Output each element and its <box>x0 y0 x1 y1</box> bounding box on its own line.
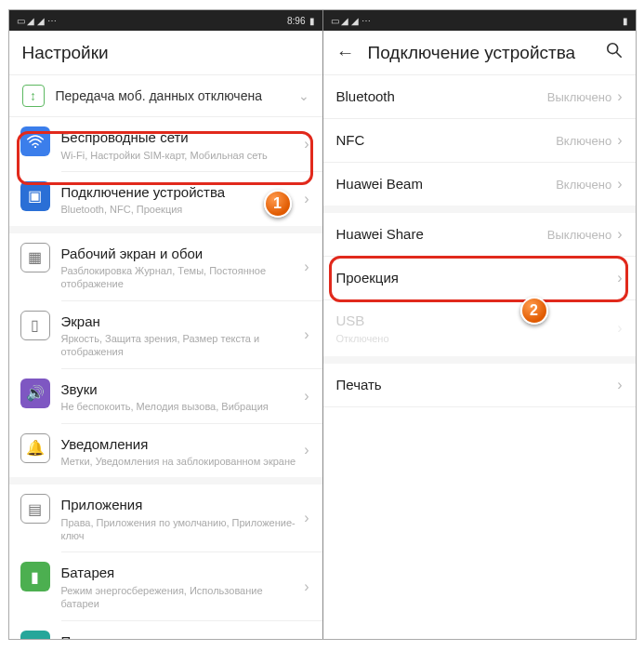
search-icon[interactable] <box>606 42 623 63</box>
item-projection[interactable]: Проекция › <box>323 257 636 299</box>
wallpaper-icon: ▦ <box>20 243 50 272</box>
chevron-right-icon: › <box>304 191 309 207</box>
page-title: Подключение устройства <box>368 43 606 63</box>
svg-line-2 <box>616 53 621 58</box>
status-bar: ▭ ◢ ◢ ⋯ 8:96 ▮ <box>9 10 322 31</box>
item-bluetooth[interactable]: Bluetooth Выключено › <box>323 75 636 118</box>
item-wireless-networks[interactable]: Беспроводные сети Wi-Fi, Настройки SIM-к… <box>9 117 322 171</box>
chevron-right-icon: › <box>304 326 309 343</box>
status-bar: ▭ ◢ ◢ ⋯ ▮ <box>323 10 636 31</box>
display-icon: ▯ <box>20 311 50 340</box>
bell-icon: 🔔 <box>20 433 50 463</box>
chevron-right-icon: › <box>304 442 309 458</box>
chevron-right-icon: › <box>617 270 622 286</box>
settings-screen: ▭ ◢ ◢ ⋯ 8:96 ▮ Настройки Передача моб. д… <box>9 10 322 639</box>
apps-icon: ▤ <box>20 494 50 524</box>
chevron-right-icon: › <box>617 377 622 393</box>
item-battery[interactable]: ▮ Батарея Режим энергосбережения, Исполь… <box>9 552 322 619</box>
wifi-icon <box>20 126 50 156</box>
item-storage[interactable]: ≣ Память Очистка памяти › <box>9 621 322 639</box>
battery-icon: ▮ <box>20 562 50 591</box>
devices-icon: ▣ <box>20 181 50 211</box>
sound-icon: 🔊 <box>20 379 50 408</box>
storage-icon: ≣ <box>20 631 50 639</box>
back-button[interactable]: ← <box>336 42 355 63</box>
chevron-right-icon: › <box>617 88 622 105</box>
svg-point-0 <box>33 146 35 148</box>
item-huawei-share[interactable]: Huawei Share Выключено › <box>323 213 636 256</box>
item-notifications[interactable]: 🔔 Уведомления Метки, Уведомления на забл… <box>9 424 322 478</box>
item-sounds[interactable]: 🔊 Звуки Не беспокоить, Мелодия вызова, В… <box>9 369 322 423</box>
chevron-right-icon: › <box>304 259 309 275</box>
settings-header: Настройки <box>9 31 322 75</box>
page-title: Настройки <box>22 43 309 63</box>
item-print[interactable]: Печать › <box>323 364 636 406</box>
device-connection-screen: ▭ ◢ ◢ ⋯ ▮ ← Подключение устройства Bluet… <box>322 10 636 639</box>
item-huawei-beam[interactable]: Huawei Beam Включено › <box>323 163 636 206</box>
item-nfc[interactable]: NFC Включено › <box>323 119 636 162</box>
chevron-down-icon: ⌄ <box>298 88 309 103</box>
chevron-right-icon: › <box>304 510 309 526</box>
item-home-wallpaper[interactable]: ▦ Рабочий экран и обои Разблокировка Жур… <box>9 233 322 300</box>
chevron-right-icon: › <box>304 136 309 153</box>
chevron-right-icon: › <box>617 176 622 193</box>
mobile-data-banner[interactable]: Передача моб. данных отключена ⌄ <box>9 75 322 116</box>
item-apps[interactable]: ▤ Приложения Права, Приложения по умолча… <box>9 485 322 551</box>
item-usb: USB Отключено › <box>323 300 636 356</box>
svg-point-1 <box>607 44 617 54</box>
chevron-right-icon: › <box>617 320 622 337</box>
chevron-right-icon: › <box>617 132 622 149</box>
chevron-right-icon: › <box>304 578 309 595</box>
chevron-right-icon: › <box>304 388 309 405</box>
item-display[interactable]: ▯ Экран Яркость, Защита зрения, Размер т… <box>9 301 322 368</box>
data-icon <box>22 85 45 107</box>
device-connection-header: ← Подключение устройства <box>323 31 636 75</box>
item-device-connection[interactable]: ▣ Подключение устройства Bluetooth, NFC,… <box>9 172 322 226</box>
chevron-right-icon: › <box>617 226 622 243</box>
